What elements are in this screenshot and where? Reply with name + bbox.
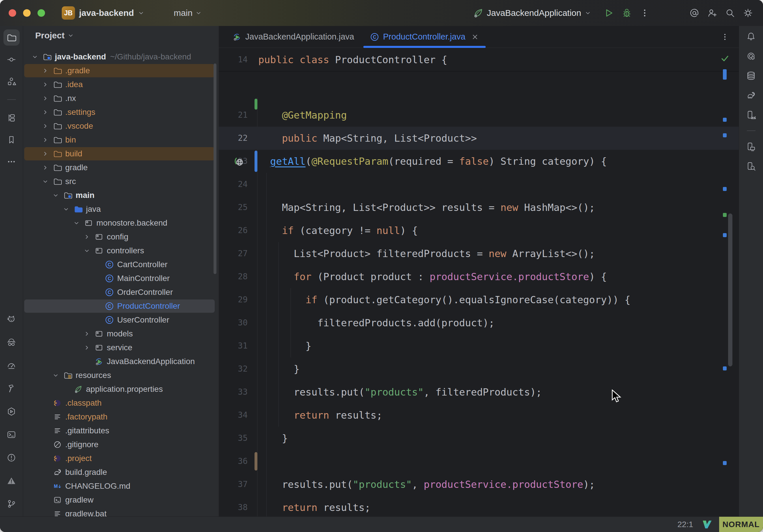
code-line-23[interactable]: 23 getAll(@RequestParam(required = false… (219, 150, 739, 173)
tree-item--gitattributes[interactable]: .gitattributes (23, 424, 219, 438)
code-line-27[interactable]: 27 List<Product> filteredProducts = new … (219, 242, 739, 265)
code-line-31[interactable]: 31 } (219, 334, 739, 358)
tab-list-options-button[interactable] (718, 31, 731, 43)
tree-item-maincontroller[interactable]: CMainController (23, 271, 219, 285)
tree-item--nx[interactable]: .nx (23, 91, 219, 105)
tree-item-monostore-backend[interactable]: monostore.backend (23, 216, 219, 230)
code-line-33[interactable]: 33 results.put("products", filteredProdu… (219, 380, 739, 404)
line-number[interactable]: 33 (219, 380, 248, 404)
tool-window-button-bookmarks[interactable] (3, 132, 20, 148)
tree-item-application-properties[interactable]: application.properties (23, 382, 219, 396)
tree-item-productcontroller[interactable]: CProductController (23, 299, 219, 313)
tool-window-button-device-monitor[interactable] (743, 158, 759, 174)
tree-item-main[interactable]: main (23, 188, 219, 202)
code-line-37[interactable]: 37 results.put("products", productServic… (219, 473, 739, 496)
tree-item-ordercontroller[interactable]: COrderController (23, 285, 219, 299)
tree-item-gradle[interactable]: gradle (23, 161, 219, 174)
tool-window-button-device-explorer[interactable] (743, 139, 759, 155)
chevron-down-icon[interactable] (81, 246, 92, 255)
tree-item--gradle[interactable]: .gradle (23, 64, 219, 78)
tool-window-button-commit[interactable] (3, 52, 20, 67)
tree-item-gradlew[interactable]: gradlew (23, 493, 219, 507)
tree-item-models[interactable]: models (23, 327, 219, 341)
tool-window-button-ai-assistant[interactable] (743, 48, 759, 64)
run-button[interactable] (601, 5, 616, 21)
tree-item-build[interactable]: build (23, 147, 219, 161)
tool-window-button-endpoints[interactable] (3, 334, 20, 350)
tool-window-button-warnings[interactable] (3, 473, 20, 489)
tree-item-controllers[interactable]: controllers (23, 244, 219, 258)
editor-scrollbar[interactable] (728, 213, 732, 367)
tab-productcontroller-java[interactable]: CProductController.java (362, 26, 487, 48)
tool-window-button-structure[interactable] (3, 73, 20, 89)
error-stripe-mark[interactable] (723, 213, 727, 217)
tree-item--gitignore[interactable]: .gitignore (23, 438, 219, 452)
tool-window-button-version-control[interactable] (3, 496, 20, 512)
tree-item-config[interactable]: config (23, 230, 219, 244)
vcs-changed-marker[interactable] (255, 452, 258, 471)
project-widget[interactable]: JB java-backend (62, 6, 144, 20)
tree-item-service[interactable]: service (23, 341, 219, 355)
tool-window-button-project[interactable] (3, 30, 20, 46)
chevron-right-icon[interactable] (81, 330, 92, 338)
line-number[interactable]: 26 (219, 219, 248, 242)
caret-position[interactable]: 22:1 (678, 520, 694, 529)
line-number[interactable]: 25 (219, 196, 248, 219)
error-stripe-mark[interactable] (723, 69, 727, 80)
tool-window-button-hierarchy[interactable] (3, 110, 20, 126)
tree-item--vscode[interactable]: .vscode (23, 119, 219, 133)
ai-assistant-button[interactable] (687, 5, 702, 21)
code-line-28[interactable]: 28 for (Product product : productService… (219, 265, 739, 288)
error-stripe-mark[interactable] (723, 233, 727, 237)
code-line-24[interactable]: 24 (219, 173, 739, 196)
chevron-right-icon[interactable] (40, 80, 51, 89)
code-line-22[interactable]: 22 public Map<String, List<Product>> (219, 127, 739, 150)
code-line-30[interactable]: 30 filteredProducts.add(product); (219, 311, 739, 334)
close-window-button[interactable] (9, 9, 16, 17)
line-number[interactable]: 38 (219, 496, 248, 516)
line-number[interactable]: 34 (219, 404, 248, 427)
tree-item-bin[interactable]: bin (23, 133, 219, 147)
error-stripe-mark[interactable] (723, 187, 727, 191)
run-configuration-widget[interactable]: JavaBackendApplication (473, 8, 591, 18)
code-line-25[interactable]: 25 Map<String, List<Product>> results = … (219, 196, 739, 219)
tool-window-button-terminal[interactable] (3, 426, 20, 443)
rest-endpoint-globe-icon[interactable] (234, 156, 244, 166)
tool-window-button-services[interactable] (3, 403, 20, 419)
chevron-down-icon[interactable] (40, 177, 51, 186)
tree-item-usercontroller[interactable]: CUserController (23, 313, 219, 327)
chevron-right-icon[interactable] (40, 94, 51, 103)
chevron-right-icon[interactable] (40, 163, 51, 172)
tree-item--idea[interactable]: .idea (23, 78, 219, 91)
ideavim-icon[interactable] (702, 519, 712, 530)
code-line-38[interactable]: 38 return results; (219, 496, 739, 516)
line-number[interactable]: 36 (219, 450, 248, 473)
tree-item--classpath[interactable]: .classpath (23, 396, 219, 410)
line-number[interactable]: 30 (219, 311, 248, 334)
line-number[interactable]: 29 (219, 288, 248, 311)
vim-mode-badge[interactable]: NORMAL (719, 517, 763, 532)
error-stripe-mark[interactable] (723, 133, 727, 137)
code-line-26[interactable]: 26 if (category != null) { (219, 219, 739, 242)
chevron-right-icon[interactable] (40, 136, 51, 144)
error-stripe-mark[interactable] (723, 367, 727, 371)
code-line-35[interactable]: 35 } (219, 427, 739, 450)
code-line-34[interactable]: 34 return results; (219, 404, 739, 427)
minimize-window-button[interactable] (23, 9, 31, 17)
error-stripe-mark[interactable] (723, 461, 727, 465)
line-number[interactable]: 28 (219, 265, 248, 288)
tree-item-build-gradle[interactable]: build.gradle (23, 465, 219, 479)
chevron-down-icon[interactable] (30, 53, 41, 61)
tree-item-javabackendapplication[interactable]: JavaBackendApplication (23, 355, 219, 369)
chevron-right-icon[interactable] (81, 343, 92, 352)
line-number[interactable]: 37 (219, 473, 248, 496)
chevron-right-icon[interactable] (40, 150, 51, 158)
debug-button[interactable] (619, 5, 634, 21)
settings-button[interactable] (740, 5, 755, 21)
tree-item-cartcontroller[interactable]: CCartController (23, 258, 219, 271)
code-line-36[interactable]: 36 (219, 450, 739, 473)
error-stripe-mark[interactable] (723, 118, 727, 122)
chevron-right-icon[interactable] (40, 122, 51, 130)
chevron-right-icon[interactable] (40, 108, 51, 117)
tool-window-button-gradle[interactable] (743, 87, 759, 103)
